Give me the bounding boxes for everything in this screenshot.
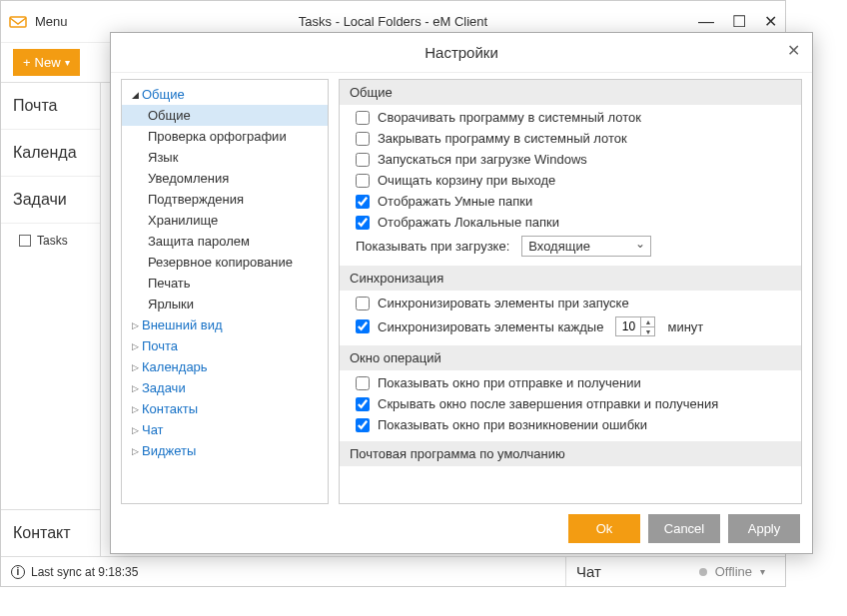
tree-general-shortcuts[interactable]: Ярлыки [122, 294, 328, 314]
maximize-button[interactable]: ☐ [732, 14, 746, 30]
settings-tree[interactable]: ◢ Общие Общие Проверка орфографии Язык У… [121, 79, 329, 504]
section-sync-header: Синхронизация [340, 266, 801, 291]
checkbox-hide-after[interactable] [356, 397, 370, 411]
opt-sync-every: Синхронизировать элементы каждые ▲ ▼ мин… [340, 313, 801, 339]
tree-arrow-collapsed-icon: ▷ [128, 362, 142, 372]
nav-tasks[interactable]: Задачи [1, 177, 100, 224]
tree-arrow-collapsed-icon: ▷ [128, 446, 142, 456]
opt-run-startup: Запускаться при загрузке Windows [340, 149, 801, 170]
checkbox-empty-trash[interactable] [356, 174, 370, 188]
statusbar: i Last sync at 9:18:35 Чат Offline ▾ [1, 556, 785, 586]
checkbox-sync-every[interactable] [356, 319, 370, 333]
nav-tasks-folder-label: Tasks [37, 234, 68, 248]
window-controls: — ☐ ✕ [698, 14, 777, 30]
tree-general-notifications[interactable]: Уведомления [122, 168, 328, 189]
checkbox-icon [19, 235, 31, 247]
nav-calendar[interactable]: Календа [1, 130, 100, 177]
tree-arrow-collapsed-icon: ▷ [128, 383, 142, 393]
tree-general-storage[interactable]: Хранилище [122, 210, 328, 231]
chat-status: Offline [715, 564, 752, 579]
settings-dialog: Настройки ✕ ◢ Общие Общие Проверка орфог… [110, 32, 813, 554]
info-icon: i [11, 565, 25, 579]
svg-rect-0 [10, 17, 26, 27]
tree-chat[interactable]: ▷ Чат [122, 419, 328, 440]
cancel-button[interactable]: Cancel [648, 514, 720, 543]
last-sync-label: Last sync at 9:18:35 [31, 565, 138, 579]
chat-label: Чат [576, 563, 601, 580]
chat-panel[interactable]: Чат Offline ▾ [565, 557, 775, 586]
tree-general-backup[interactable]: Резервное копирование [122, 252, 328, 273]
window-title: Tasks - Local Folders - eM Client [299, 14, 487, 29]
status-dot-icon [699, 568, 707, 576]
apply-button[interactable]: Apply [728, 514, 800, 543]
spinner-sync-interval-input[interactable] [616, 317, 640, 335]
tree-general-general[interactable]: Общие [122, 105, 328, 126]
tree-appearance[interactable]: ▷ Внешний вид [122, 314, 328, 335]
opt-show-on-load: Показывать при загрузке: Входящие [340, 233, 801, 260]
nav-tasks-folder[interactable]: Tasks [1, 224, 100, 258]
opt-show-sendrecv: Показывать окно при отправке и получении [340, 370, 801, 393]
dropdown-show-on-load[interactable]: Входящие [521, 236, 651, 257]
dialog-footer: Ok Cancel Apply [111, 504, 812, 553]
app-icon [9, 13, 27, 31]
section-ops-header: Окно операций [340, 345, 801, 370]
tree-general-confirmations[interactable]: Подтверждения [122, 189, 328, 210]
tree-arrow-collapsed-icon: ▷ [128, 320, 142, 330]
tree-general-language[interactable]: Язык [122, 147, 328, 168]
chevron-down-icon: ▾ [65, 57, 70, 68]
section-general-header: Общие [340, 80, 801, 105]
tree-general-print[interactable]: Печать [122, 273, 328, 294]
opt-sync-startup: Синхронизировать элементы при запуске [340, 291, 801, 313]
checkbox-show-sendrecv[interactable] [356, 376, 370, 390]
opt-close-tray: Закрывать программу в системный лоток [340, 128, 801, 149]
sidebar: Почта Календа Задачи Tasks Контакт [1, 83, 101, 556]
menu-button[interactable]: Menu [35, 14, 68, 29]
tree-arrow-expanded-icon: ◢ [128, 90, 142, 100]
tree-mail[interactable]: ▷ Почта [122, 335, 328, 356]
checkbox-show-local[interactable] [356, 216, 370, 230]
dialog-body: ◢ Общие Общие Проверка орфографии Язык У… [111, 73, 812, 504]
opt-empty-trash: Очищать корзину при выходе [340, 170, 801, 191]
tree-tasks[interactable]: ▷ Задачи [122, 377, 328, 398]
tree-arrow-collapsed-icon: ▷ [128, 341, 142, 351]
opt-show-error: Показывать окно при возникновении ошибки [340, 414, 801, 435]
checkbox-show-smart[interactable] [356, 195, 370, 209]
opt-minimize-tray: Сворачивать программу в системный лоток [340, 105, 801, 128]
nav-mail[interactable]: Почта [1, 83, 100, 130]
close-button[interactable]: ✕ [764, 14, 777, 30]
spinner-sync-interval[interactable]: ▲ ▼ [615, 316, 655, 336]
opt-show-smart: Отображать Умные папки [340, 191, 801, 212]
settings-content: Общие Сворачивать программу в системный … [339, 79, 802, 504]
checkbox-show-error[interactable] [356, 418, 370, 432]
tree-general-spellcheck[interactable]: Проверка орфографии [122, 126, 328, 147]
checkbox-run-startup[interactable] [356, 153, 370, 167]
checkbox-minimize-tray[interactable] [356, 111, 370, 125]
dialog-header: Настройки ✕ [111, 33, 812, 73]
ok-button[interactable]: Ok [568, 514, 640, 543]
checkbox-close-tray[interactable] [356, 132, 370, 146]
tree-general[interactable]: ◢ Общие [122, 84, 328, 105]
checkbox-sync-startup[interactable] [356, 297, 370, 310]
opt-show-local: Отображать Локальные папки [340, 212, 801, 233]
new-button[interactable]: + New ▾ [13, 49, 80, 76]
spinner-up-icon[interactable]: ▲ [641, 317, 654, 327]
chevron-down-icon: ▾ [760, 566, 765, 577]
dialog-close-button[interactable]: ✕ [787, 41, 800, 60]
spinner-down-icon[interactable]: ▼ [641, 327, 654, 336]
minimize-button[interactable]: — [698, 14, 714, 30]
tree-calendar[interactable]: ▷ Календарь [122, 356, 328, 377]
tree-general-password[interactable]: Защита паролем [122, 231, 328, 252]
tree-arrow-collapsed-icon: ▷ [128, 425, 142, 435]
section-default-mail-header: Почтовая программа по умолчанию [340, 441, 801, 466]
dialog-title: Настройки [424, 44, 498, 61]
nav-contacts[interactable]: Контакт [1, 509, 100, 556]
tree-arrow-collapsed-icon: ▷ [128, 404, 142, 414]
tree-contacts[interactable]: ▷ Контакты [122, 398, 328, 419]
new-button-label: New [35, 55, 61, 70]
tree-widgets[interactable]: ▷ Виджеты [122, 440, 328, 461]
opt-hide-after: Скрывать окно после завершения отправки … [340, 393, 801, 414]
